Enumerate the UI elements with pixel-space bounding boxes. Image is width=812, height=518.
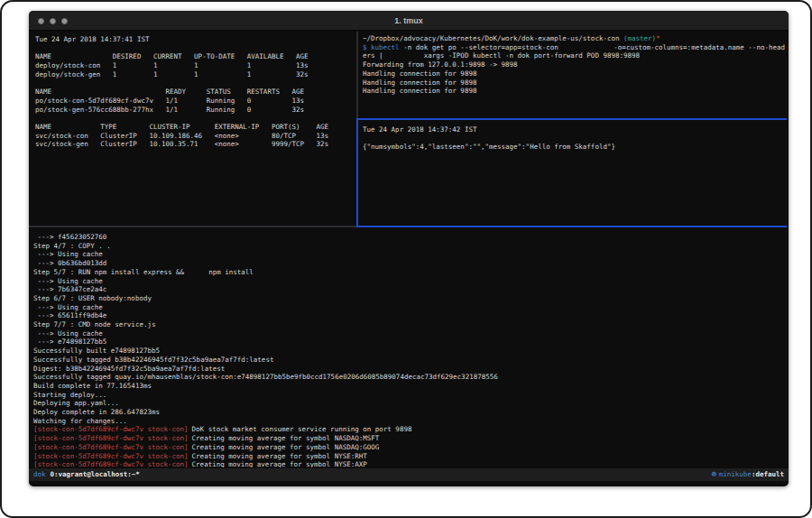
pods-table: NAME READY STATUS RESTARTS AGE po/stock-… bbox=[35, 88, 356, 114]
shell-cwd-line: ~/Dropbox/advocacy/Kubernetes/DoK/work/d… bbox=[363, 34, 787, 43]
deployments-table: NAME DESIRED CURRENT UP-TO-DATE AVAILABL… bbox=[35, 52, 356, 79]
pod-log-prefix: [stock-con-5d7df689cf-dwc7v stock-con] bbox=[33, 452, 189, 460]
pane-curl-output[interactable]: Tue 24 Apr 2018 14:37:42 IST {"numsymbol… bbox=[359, 120, 787, 226]
pod-log-message: Creating moving average for symbol NYSE:… bbox=[192, 460, 367, 467]
command-continuation: -o=custom-columns=:metadata.name --no-he… bbox=[614, 43, 787, 52]
tmux-session-name: dok bbox=[33, 470, 46, 479]
window-titlebar: 1. tmux bbox=[29, 11, 789, 31]
k8s-context: minikube bbox=[719, 470, 752, 479]
pod-log-message: Creating moving average for symbol NASDA… bbox=[192, 434, 380, 442]
docker-build-log: ---> f45623052760 Step 4/7 : COPY . . --… bbox=[33, 233, 789, 425]
git-dirty-marker: * bbox=[656, 34, 660, 42]
pod-log-prefix: [stock-con-5d7df689cf-dwc7v stock-con] bbox=[33, 434, 189, 442]
command-name: kubectl bbox=[371, 43, 400, 52]
pod-log-message: Creating moving average for symbol NASDA… bbox=[192, 443, 380, 451]
pod-log-line: [stock-con-5d7df689cf-dwc7v stock-con]Do… bbox=[33, 425, 789, 434]
services-table: NAME TYPE CLUSTER-IP EXTERNAL-IP PORT(S)… bbox=[35, 123, 356, 149]
pod-log-line: [stock-con-5d7df689cf-dwc7v stock-con]Cr… bbox=[33, 434, 789, 443]
pod-log-prefix: [stock-con-5d7df689cf-dwc7v stock-con] bbox=[33, 460, 189, 467]
cwd-path: ~/Dropbox/advocacy/Kubernetes/DoK/work/d… bbox=[363, 34, 623, 42]
screenshot-frame: 1. tmux Tue 24 Apr 2018 14:37:41 IST NAM… bbox=[0, 0, 812, 518]
pod-log-message: Creating moving average for symbol NYSE:… bbox=[192, 452, 367, 460]
watch-timestamp: Tue 24 Apr 2018 14:37:41 IST bbox=[35, 35, 356, 44]
git-branch: (master) bbox=[623, 34, 656, 42]
tmux-window-tab[interactable]: 0:vagrant@localhost:~* bbox=[51, 470, 140, 479]
pod-log-message: DoK stock market consumer service runnin… bbox=[192, 425, 412, 433]
command-wrapped-line: ers | xargs -IPOD kubectl -n dok port-fo… bbox=[363, 51, 787, 60]
shell-command-line: $ kubectl -n dok get po --selector=app=s… bbox=[363, 43, 787, 52]
tmux-status-bar: dok 0:vagrant@localhost:~* ☸ minikube :d… bbox=[29, 468, 789, 481]
pod-log-line: [stock-con-5d7df689cf-dwc7v stock-con]Cr… bbox=[33, 452, 789, 461]
pod-log-line: [stock-con-5d7df689cf-dwc7v stock-con]Cr… bbox=[33, 460, 789, 467]
pane-divider-vertical-active bbox=[356, 118, 358, 227]
status-bar-right: ☸ minikube :default bbox=[711, 470, 784, 479]
pod-log-line: [stock-con-5d7df689cf-dwc7v stock-con]Cr… bbox=[33, 443, 789, 452]
pane-skaffold-build[interactable]: ---> f45623052760 Step 4/7 : COPY . . --… bbox=[29, 227, 789, 467]
zoom-button[interactable] bbox=[61, 18, 68, 24]
service-json-response: {"numsymbols":4,"lastseen":"","message":… bbox=[363, 143, 787, 152]
pane-port-forward[interactable]: ~/Dropbox/advocacy/Kubernetes/DoK/work/d… bbox=[359, 32, 787, 118]
minimize-button[interactable] bbox=[50, 18, 56, 24]
kubernetes-helm-icon: ☸ bbox=[711, 470, 717, 479]
pod-log-prefix: [stock-con-5d7df689cf-dwc7v stock-con] bbox=[33, 425, 189, 433]
pane-divider-vertical-inactive bbox=[356, 32, 358, 118]
pod-log-prefix: [stock-con-5d7df689cf-dwc7v stock-con] bbox=[33, 443, 189, 451]
close-button[interactable] bbox=[38, 18, 44, 24]
port-forward-output: Forwarding from 127.0.0.1:9898 -> 9898 H… bbox=[363, 60, 787, 96]
window-title: 1. tmux bbox=[29, 11, 789, 31]
prompt-symbol: $ bbox=[363, 43, 371, 52]
command-args: -n dok get po --selector=app=stock-con bbox=[400, 43, 558, 52]
pane-kubectl-watch[interactable]: Tue 24 Apr 2018 14:37:41 IST NAME DESIRE… bbox=[29, 32, 356, 226]
terminal-window: 1. tmux Tue 24 Apr 2018 14:37:41 IST NAM… bbox=[29, 11, 789, 486]
tmux-content: Tue 24 Apr 2018 14:37:41 IST NAME DESIRE… bbox=[29, 32, 789, 486]
curl-timestamp: Tue 24 Apr 2018 14:37:42 IST bbox=[363, 125, 787, 134]
traffic-lights bbox=[38, 18, 68, 24]
k8s-namespace: :default bbox=[752, 470, 784, 479]
